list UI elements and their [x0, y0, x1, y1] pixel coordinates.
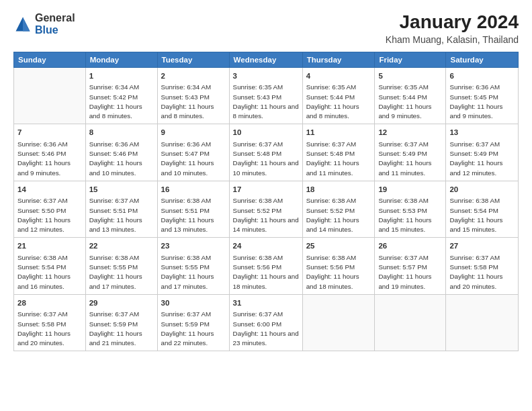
- day-info: Sunrise: 6:36 AMSunset: 5:45 PMDaylight:…: [449, 83, 515, 121]
- logo-blue-text: Blue: [35, 24, 58, 36]
- calendar-day-cell: 10Sunrise: 6:37 AMSunset: 5:48 PMDayligh…: [229, 124, 302, 181]
- day-info: Sunrise: 6:36 AMSunset: 5:46 PMDaylight:…: [89, 140, 154, 178]
- day-number: 27: [449, 240, 515, 252]
- day-number: 21: [17, 240, 82, 252]
- day-info: Sunrise: 6:38 AMSunset: 5:55 PMDaylight:…: [161, 253, 226, 291]
- calendar-day-cell: 3Sunrise: 6:35 AMSunset: 5:43 PMDaylight…: [229, 67, 302, 124]
- day-number: 6: [449, 71, 515, 82]
- day-number: 24: [233, 240, 299, 252]
- day-number: 3: [233, 71, 299, 82]
- calendar-day-cell: 25Sunrise: 6:38 AMSunset: 5:56 PMDayligh…: [302, 238, 375, 294]
- day-number: 11: [306, 127, 371, 138]
- day-info: Sunrise: 6:38 AMSunset: 5:53 PMDaylight:…: [378, 196, 442, 234]
- day-info: Sunrise: 6:35 AMSunset: 5:44 PMDaylight:…: [306, 83, 371, 121]
- calendar-day-cell: 9Sunrise: 6:36 AMSunset: 5:47 PMDaylight…: [157, 124, 229, 181]
- calendar-day-cell: 1Sunrise: 6:34 AMSunset: 5:42 PMDaylight…: [85, 67, 157, 124]
- calendar-day-cell: 16Sunrise: 6:38 AMSunset: 5:51 PMDayligh…: [157, 181, 229, 237]
- day-number: 1: [89, 71, 154, 82]
- day-number: 18: [306, 184, 371, 195]
- logo-text: General Blue: [35, 12, 75, 36]
- day-number: 22: [89, 240, 154, 252]
- calendar-header-sunday: Sunday: [14, 52, 86, 67]
- calendar-header-friday: Friday: [375, 52, 446, 67]
- calendar-day-cell: 17Sunrise: 6:38 AMSunset: 5:52 PMDayligh…: [229, 181, 302, 237]
- day-info: Sunrise: 6:37 AMSunset: 5:49 PMDaylight:…: [449, 140, 515, 178]
- sub-title: Kham Muang, Kalasin, Thailand: [386, 34, 519, 45]
- day-info: Sunrise: 6:38 AMSunset: 5:51 PMDaylight:…: [161, 196, 226, 234]
- day-number: 5: [378, 71, 442, 82]
- day-number: 15: [89, 184, 154, 195]
- day-info: Sunrise: 6:37 AMSunset: 5:57 PMDaylight:…: [378, 253, 442, 291]
- calendar-day-cell: 14Sunrise: 6:37 AMSunset: 5:50 PMDayligh…: [14, 181, 86, 237]
- calendar-day-cell: [14, 67, 86, 124]
- svg-marker-1: [23, 17, 30, 31]
- day-info: Sunrise: 6:35 AMSunset: 5:44 PMDaylight:…: [378, 83, 442, 121]
- day-info: Sunrise: 6:38 AMSunset: 5:55 PMDaylight:…: [89, 253, 154, 291]
- day-number: 30: [161, 298, 226, 309]
- calendar: SundayMondayTuesdayWednesdayThursdayFrid…: [13, 52, 519, 351]
- day-number: 25: [306, 240, 371, 252]
- calendar-day-cell: 26Sunrise: 6:37 AMSunset: 5:57 PMDayligh…: [375, 238, 446, 294]
- calendar-header-thursday: Thursday: [302, 52, 375, 67]
- calendar-week-row: 21Sunrise: 6:38 AMSunset: 5:54 PMDayligh…: [14, 238, 519, 294]
- day-info: Sunrise: 6:34 AMSunset: 5:43 PMDaylight:…: [161, 83, 226, 121]
- day-number: 2: [161, 71, 226, 82]
- calendar-day-cell: 12Sunrise: 6:37 AMSunset: 5:49 PMDayligh…: [375, 124, 446, 181]
- calendar-day-cell: 6Sunrise: 6:36 AMSunset: 5:45 PMDaylight…: [446, 67, 519, 124]
- day-number: 31: [233, 298, 299, 309]
- day-number: 9: [161, 127, 226, 138]
- day-info: Sunrise: 6:37 AMSunset: 5:59 PMDaylight:…: [89, 310, 154, 348]
- calendar-day-cell: 4Sunrise: 6:35 AMSunset: 5:44 PMDaylight…: [302, 67, 375, 124]
- day-info: Sunrise: 6:37 AMSunset: 6:00 PMDaylight:…: [233, 310, 299, 348]
- day-info: Sunrise: 6:38 AMSunset: 5:54 PMDaylight:…: [449, 196, 515, 234]
- day-number: 20: [449, 184, 515, 195]
- day-number: 29: [89, 298, 154, 309]
- day-info: Sunrise: 6:37 AMSunset: 5:50 PMDaylight:…: [17, 196, 82, 234]
- day-number: 8: [89, 127, 154, 138]
- calendar-day-cell: 23Sunrise: 6:38 AMSunset: 5:55 PMDayligh…: [157, 238, 229, 294]
- calendar-day-cell: 22Sunrise: 6:38 AMSunset: 5:55 PMDayligh…: [85, 238, 157, 294]
- day-number: 26: [378, 240, 442, 252]
- day-info: Sunrise: 6:38 AMSunset: 5:52 PMDaylight:…: [306, 196, 371, 234]
- calendar-day-cell: 8Sunrise: 6:36 AMSunset: 5:46 PMDaylight…: [85, 124, 157, 181]
- day-info: Sunrise: 6:36 AMSunset: 5:47 PMDaylight:…: [161, 140, 226, 178]
- calendar-day-cell: 7Sunrise: 6:36 AMSunset: 5:46 PMDaylight…: [14, 124, 86, 181]
- day-info: Sunrise: 6:38 AMSunset: 5:52 PMDaylight:…: [233, 196, 299, 234]
- day-info: Sunrise: 6:36 AMSunset: 5:46 PMDaylight:…: [17, 140, 82, 178]
- calendar-day-cell: [446, 294, 519, 351]
- calendar-day-cell: 24Sunrise: 6:38 AMSunset: 5:56 PMDayligh…: [229, 238, 302, 294]
- day-number: 10: [233, 127, 299, 138]
- header: General Blue January 2024 Kham Muang, Ka…: [13, 12, 519, 45]
- day-number: 17: [233, 184, 299, 195]
- calendar-day-cell: 15Sunrise: 6:37 AMSunset: 5:51 PMDayligh…: [85, 181, 157, 237]
- day-info: Sunrise: 6:37 AMSunset: 5:58 PMDaylight:…: [449, 253, 515, 291]
- day-number: 16: [161, 184, 226, 195]
- calendar-week-row: 1Sunrise: 6:34 AMSunset: 5:42 PMDaylight…: [14, 67, 519, 124]
- day-info: Sunrise: 6:34 AMSunset: 5:42 PMDaylight:…: [89, 83, 154, 121]
- day-info: Sunrise: 6:38 AMSunset: 5:56 PMDaylight:…: [233, 253, 299, 291]
- day-info: Sunrise: 6:38 AMSunset: 5:54 PMDaylight:…: [17, 253, 82, 291]
- calendar-day-cell: 31Sunrise: 6:37 AMSunset: 6:00 PMDayligh…: [229, 294, 302, 351]
- calendar-day-cell: 18Sunrise: 6:38 AMSunset: 5:52 PMDayligh…: [302, 181, 375, 237]
- title-block: January 2024 Kham Muang, Kalasin, Thaila…: [386, 12, 519, 45]
- day-info: Sunrise: 6:37 AMSunset: 5:48 PMDaylight:…: [306, 140, 371, 178]
- logo-icon: [13, 15, 32, 34]
- day-number: 14: [17, 184, 82, 195]
- calendar-day-cell: 2Sunrise: 6:34 AMSunset: 5:43 PMDaylight…: [157, 67, 229, 124]
- day-number: 13: [449, 127, 515, 138]
- calendar-day-cell: 13Sunrise: 6:37 AMSunset: 5:49 PMDayligh…: [446, 124, 519, 181]
- day-number: 7: [17, 127, 82, 138]
- calendar-day-cell: 19Sunrise: 6:38 AMSunset: 5:53 PMDayligh…: [375, 181, 446, 237]
- calendar-week-row: 14Sunrise: 6:37 AMSunset: 5:50 PMDayligh…: [14, 181, 519, 237]
- calendar-day-cell: 29Sunrise: 6:37 AMSunset: 5:59 PMDayligh…: [85, 294, 157, 351]
- day-number: 23: [161, 240, 226, 252]
- logo: General Blue: [13, 12, 75, 36]
- calendar-day-cell: 28Sunrise: 6:37 AMSunset: 5:58 PMDayligh…: [14, 294, 86, 351]
- day-info: Sunrise: 6:37 AMSunset: 5:49 PMDaylight:…: [378, 140, 442, 178]
- calendar-week-row: 7Sunrise: 6:36 AMSunset: 5:46 PMDaylight…: [14, 124, 519, 181]
- calendar-header-tuesday: Tuesday: [157, 52, 229, 67]
- day-number: 12: [378, 127, 442, 138]
- calendar-day-cell: 11Sunrise: 6:37 AMSunset: 5:48 PMDayligh…: [302, 124, 375, 181]
- calendar-day-cell: [302, 294, 375, 351]
- calendar-header-wednesday: Wednesday: [229, 52, 302, 67]
